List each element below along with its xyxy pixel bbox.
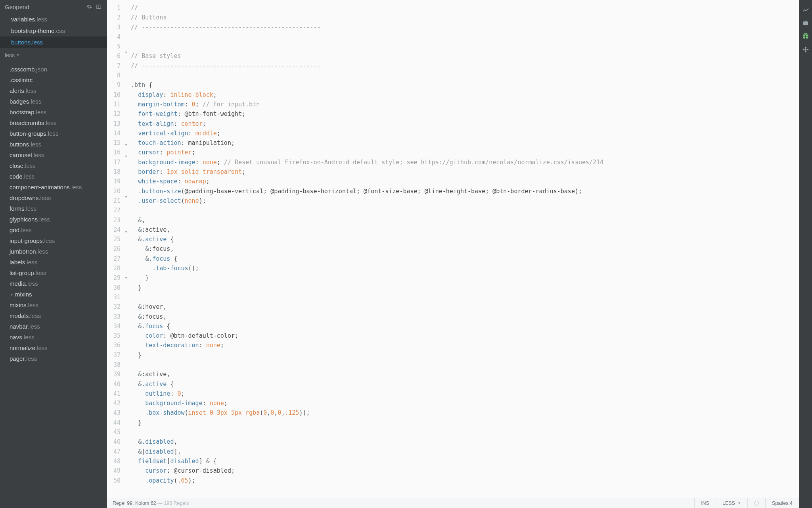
- tree-file[interactable]: navbar.less: [0, 321, 107, 332]
- tree-file[interactable]: media.less: [0, 278, 107, 289]
- open-files-title: Geopend: [5, 4, 83, 10]
- chevron-right-icon: ▸: [10, 292, 14, 296]
- open-files-list: variables.lessbootstrap-theme.cssbuttons…: [0, 13, 107, 48]
- split-view-icon[interactable]: [95, 3, 102, 10]
- fold-gutter: ▼▼▼▼▼▼: [123, 0, 129, 498]
- tree-file[interactable]: buttons.less: [0, 139, 107, 150]
- code-editor[interactable]: 1234567891011121314151617181920212223242…: [107, 0, 799, 498]
- extension-rail: [799, 0, 812, 508]
- tree-file[interactable]: bootstrap.less: [0, 107, 107, 117]
- tree-file[interactable]: dropdowns.less: [0, 192, 107, 203]
- sb-spaces-label: Spaties:: [772, 500, 790, 506]
- code-content[interactable]: //// Buttons// -------------------------…: [129, 0, 799, 498]
- status-circle-icon: [754, 501, 759, 506]
- editor-pane: 1234567891011121314151617181920212223242…: [107, 0, 799, 508]
- sb-col: 62: [151, 500, 156, 506]
- status-indicator[interactable]: [747, 498, 765, 508]
- sidebar: Geopend variables.lessbootstrap-theme.cs…: [0, 0, 107, 508]
- tree-file[interactable]: .csscomb.json: [0, 64, 107, 75]
- insert-mode-toggle[interactable]: INS: [694, 498, 716, 508]
- language-selector[interactable]: LESS ▼: [716, 498, 747, 508]
- tree-file[interactable]: code.less: [0, 171, 107, 182]
- tree-file[interactable]: alerts.less: [0, 85, 107, 96]
- tree-file[interactable]: labels.less: [0, 257, 107, 267]
- plugin-icon[interactable]: [799, 42, 812, 56]
- fold-toggle-icon[interactable]: ▼: [124, 229, 128, 235]
- chevron-down-icon: ▼: [737, 501, 741, 505]
- tree-file[interactable]: badges.less: [0, 96, 107, 107]
- fold-toggle-icon[interactable]: ▼: [124, 154, 128, 160]
- tree-file[interactable]: close.less: [0, 160, 107, 171]
- fold-toggle-icon[interactable]: ▼: [124, 50, 128, 56]
- chart-line-icon[interactable]: [799, 3, 812, 16]
- tree-file[interactable]: jumbotron.less: [0, 246, 107, 257]
- tree-file[interactable]: component-animations.less: [0, 182, 107, 192]
- tree-file[interactable]: button-groups.less: [0, 128, 107, 139]
- gear-icon[interactable]: [86, 3, 93, 10]
- tree-file[interactable]: modals.less: [0, 310, 107, 321]
- tree-file[interactable]: glyphicons.less: [0, 214, 107, 225]
- tree-file[interactable]: input-groups.less: [0, 235, 107, 246]
- briefcase-icon[interactable]: [799, 16, 812, 29]
- tree-file[interactable]: grid.less: [0, 225, 107, 235]
- editor-gutters: 1234567891011121314151617181920212223242…: [107, 0, 129, 498]
- status-bar: Regel 99, Kolom 62 — 196 Regels INS LESS…: [107, 498, 799, 508]
- chevron-down-icon: ▼: [16, 53, 20, 57]
- sb-ins-label: INS: [701, 500, 709, 506]
- open-file-item[interactable]: variables.less: [0, 13, 107, 25]
- file-tree: .csscomb.json.csslintrcalerts.lessbadges…: [0, 64, 107, 508]
- tree-file[interactable]: normalize.less: [0, 343, 107, 353]
- open-file-item[interactable]: buttons.less: [0, 37, 107, 48]
- indentation-selector[interactable]: Spaties: 4: [765, 498, 799, 508]
- open-files-header: Geopend: [0, 0, 107, 13]
- fold-toggle-icon[interactable]: ▼: [124, 194, 128, 200]
- cursor-position[interactable]: Regel 99, Kolom 62 — 196 Regels: [107, 500, 694, 506]
- sb-line: 99: [127, 500, 132, 506]
- open-file-item[interactable]: bootstrap-theme.css: [0, 25, 107, 37]
- tree-file[interactable]: mixins.less: [0, 300, 107, 310]
- folder-name: less: [5, 52, 15, 58]
- folder-header[interactable]: less ▼: [0, 48, 107, 62]
- line-numbers: 1234567891011121314151617181920212223242…: [107, 0, 123, 498]
- tree-file[interactable]: breadcrumbs.less: [0, 117, 107, 128]
- sb-lang-label: LESS: [722, 500, 735, 506]
- sb-text: Regel: [113, 500, 127, 506]
- fold-toggle-icon[interactable]: ▼: [124, 275, 128, 281]
- sb-spaces-value: 4: [790, 500, 793, 506]
- fold-toggle-icon[interactable]: ▼: [124, 142, 128, 148]
- sb-total: 196 Regels: [164, 500, 189, 506]
- sb-text: —: [156, 500, 164, 506]
- tree-file[interactable]: carousel.less: [0, 150, 107, 160]
- tree-file[interactable]: forms.less: [0, 203, 107, 214]
- tree-folder[interactable]: ▸mixins: [0, 289, 107, 300]
- tree-file[interactable]: .csslintrc: [0, 75, 107, 85]
- gift-icon[interactable]: [799, 29, 812, 42]
- tree-file[interactable]: list-group.less: [0, 267, 107, 278]
- tree-file[interactable]: pager.less: [0, 353, 107, 364]
- sb-text: , Kolom: [132, 500, 151, 506]
- tree-file[interactable]: navs.less: [0, 332, 107, 343]
